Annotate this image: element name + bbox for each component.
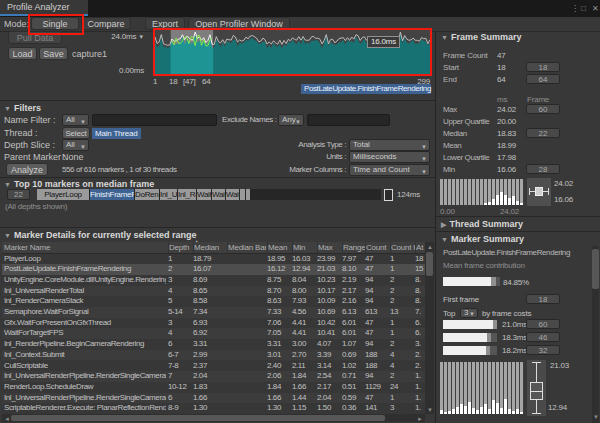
window-menu-icon[interactable]: ⋮: [571, 4, 579, 13]
cell: Inl_RenderCameraStack: [4, 296, 166, 307]
cell: 94: [365, 275, 389, 286]
window-close-icon[interactable]: ✕: [592, 4, 599, 13]
top-cost-cap: [487, 333, 491, 342]
cell: 6.93: [193, 318, 225, 329]
hist-bar-bg: [448, 179, 451, 205]
cell: 16.12: [267, 264, 291, 275]
table-row[interactable]: Inl_RenderPipeline.BeginCameraRendering6…: [2, 339, 425, 350]
table-row[interactable]: Semaphore.WaitForSignal5-147.347.334.561…: [2, 307, 425, 318]
scroll-down-icon[interactable]: ▼: [593, 414, 599, 420]
cell: 1.: [415, 393, 425, 404]
cell: 6: [168, 393, 192, 404]
summary-row-label: End: [443, 75, 457, 84]
hist-bar: [476, 410, 479, 414]
frame-jump-button[interactable]: 60: [526, 319, 560, 329]
summary-row-label: Start: [443, 63, 459, 72]
cell: UnityEngine.CoreModule.dll!UnityEngine.R…: [4, 275, 166, 286]
cell: 94: [365, 339, 389, 350]
cell: 1: [390, 393, 414, 404]
cell: 8.04: [292, 275, 316, 286]
cell: Inl_RenderPipeline.BeginCameraRendering: [4, 339, 166, 350]
frame-jump-button[interactable]: 46: [526, 332, 560, 342]
cell: 4: [168, 286, 192, 297]
cell: 0.51: [342, 382, 364, 393]
top-n-label: Top: [443, 309, 455, 318]
contribution-bar: [443, 277, 500, 286]
cell: 15: [415, 264, 425, 275]
cell: 1: [390, 318, 414, 329]
marker-summary-header[interactable]: ▼Marker Summary: [441, 234, 524, 244]
cell: 8.75: [267, 275, 291, 286]
cell: 141: [365, 403, 389, 414]
scroll-down-icon[interactable]: ▼: [427, 407, 433, 413]
top-n-dropdown[interactable]: 3▼: [460, 308, 478, 318]
table-vscroll-thumb[interactable]: [426, 252, 433, 276]
cell: PlayerLoop: [4, 254, 166, 265]
cell: 94: [365, 286, 389, 297]
table-row[interactable]: UnityEngine.CoreModule.dll!UnityEngine.R…: [2, 275, 425, 286]
table-row[interactable]: WaitForTargetFPS46.927.054.4110.416.0147…: [2, 328, 425, 339]
cell: 10.17: [317, 286, 341, 297]
cell: 4: [168, 328, 192, 339]
hist-bar: [500, 408, 503, 414]
cell: 0.36: [342, 403, 364, 414]
scroll-up-icon[interactable]: ▲: [427, 244, 433, 250]
table-row[interactable]: Gfx.WaitForPresentOnGfxThread36.937.064.…: [2, 318, 425, 329]
scroll-left-icon[interactable]: ◄: [4, 416, 10, 422]
first-frame-button[interactable]: 18: [526, 294, 560, 304]
cell: 1.: [415, 382, 425, 393]
thread-summary-header[interactable]: ▶Thread Summary: [441, 219, 523, 229]
table-row[interactable]: Inl_UniversalRenderPipeline.RenderSingle…: [2, 393, 425, 404]
cell: Inl_UniversalRenderPipeline.RenderSingle…: [4, 393, 166, 404]
frame-jump-button[interactable]: 18: [526, 62, 560, 72]
hist-bar: [484, 404, 487, 414]
summary-row-value: 64: [497, 75, 506, 84]
table-row[interactable]: Inl_RenderCameraStack58.588.637.9310.092…: [2, 296, 425, 307]
cell: 3.: [415, 339, 425, 350]
scroll-right-icon[interactable]: ►: [417, 416, 423, 422]
cell: 4.56: [292, 307, 316, 318]
cell: 8.: [415, 286, 425, 297]
hist-bar-bg: [468, 179, 471, 205]
cell: 6.01: [342, 318, 364, 329]
table-row[interactable]: Inl_Context.Submit6-72.993.012.703.390.6…: [2, 350, 425, 361]
frame-summary-header[interactable]: ▼Frame Summary: [441, 32, 521, 42]
table-row[interactable]: PostLateUpdate.FinishFrameRendering216.0…: [2, 264, 425, 275]
fs-hist-axis-max: 24.02: [500, 207, 519, 216]
top-n-suffix: by frame costs: [482, 309, 531, 318]
cell: 16.03: [292, 254, 316, 265]
cell: 188: [365, 350, 389, 361]
cell: 1.50: [317, 403, 341, 414]
cell: 3: [168, 318, 192, 329]
table-row[interactable]: Inl_UniversalRenderTotal48.658.708.0010.…: [2, 286, 425, 297]
panel-vscroll-thumb[interactable]: [592, 249, 599, 289]
table-hscroll-thumb[interactable]: [11, 415, 385, 421]
cell: 1.66: [267, 393, 291, 404]
table-row[interactable]: ScriptableRenderer.Execute: PlanarReflec…: [2, 403, 425, 414]
table-row[interactable]: PlayerLoop118.7918.9516.0323.997.9747118: [2, 254, 425, 265]
frame-jump-button[interactable]: 64: [526, 74, 560, 84]
frame-jump-button[interactable]: 60: [526, 104, 560, 114]
window-maximize-icon[interactable]: □: [581, 4, 586, 13]
cell: 3: [390, 403, 414, 414]
hist-bar: [520, 412, 523, 414]
frame-jump-button[interactable]: 32: [526, 345, 560, 355]
hist-bar-bg: [480, 179, 483, 205]
cell: 18: [415, 254, 425, 265]
table-row[interactable]: CullScriptable7-82.372.402.113.141.02188…: [2, 361, 425, 372]
table-row[interactable]: Inl_UniversalRenderPipeline.RenderSingle…: [2, 371, 425, 382]
hist-bar: [472, 408, 475, 414]
frame-jump-button[interactable]: 22: [526, 128, 560, 138]
hist-bar-bg: [448, 362, 451, 414]
cell: 94: [365, 371, 389, 382]
table-row[interactable]: RenderLoop.ScheduleDraw10-121.831.841.66…: [2, 382, 425, 393]
cell: 2: [168, 264, 192, 275]
cell: 47: [365, 393, 389, 404]
cell: 2: [390, 296, 414, 307]
cell: 1.83: [193, 382, 225, 393]
stat-value: 20.00: [497, 117, 516, 126]
cell: ScriptableRenderer.Execute: PlanarReflec…: [4, 403, 166, 414]
frame-jump-button[interactable]: 28: [526, 164, 560, 174]
cell: 188: [365, 361, 389, 372]
hist-bar: [484, 203, 487, 205]
